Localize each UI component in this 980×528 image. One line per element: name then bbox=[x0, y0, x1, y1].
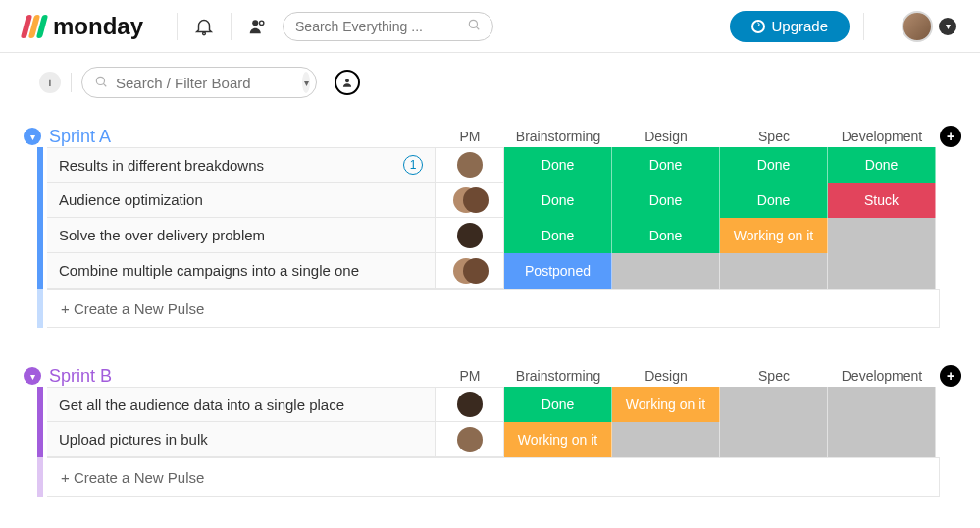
group-color-bar bbox=[37, 289, 43, 328]
upgrade-icon bbox=[751, 20, 765, 33]
new-pulse-label[interactable]: + Create a New Pulse bbox=[47, 457, 940, 497]
status-cell[interactable] bbox=[612, 253, 720, 289]
column-header[interactable]: Brainstorming bbox=[504, 368, 612, 384]
task-name-cell[interactable]: Audience optimization bbox=[47, 183, 436, 218]
status-cell[interactable]: Working on it bbox=[720, 218, 828, 253]
global-search[interactable] bbox=[283, 12, 493, 41]
pm-cell[interactable] bbox=[436, 253, 504, 289]
status-cell[interactable]: Stuck bbox=[828, 183, 936, 218]
status-cell[interactable]: Done bbox=[504, 183, 612, 218]
status-cell[interactable]: Done bbox=[612, 183, 720, 218]
status-cell[interactable]: Done bbox=[504, 218, 612, 253]
status-cell[interactable]: Done bbox=[612, 147, 720, 183]
status-cell[interactable]: Working on it bbox=[612, 387, 720, 422]
global-search-input[interactable] bbox=[295, 19, 467, 34]
status-cell[interactable]: Done bbox=[828, 147, 936, 183]
status-cell[interactable]: Done bbox=[612, 218, 720, 253]
chevron-down-icon: ▾ bbox=[939, 18, 956, 35]
svg-point-0 bbox=[203, 31, 206, 34]
status-cell[interactable]: Done bbox=[720, 183, 828, 218]
column-header[interactable]: Design bbox=[612, 129, 720, 144]
status-cell[interactable] bbox=[828, 422, 936, 457]
status-cell[interactable] bbox=[720, 422, 828, 457]
logo-text: monday bbox=[53, 13, 143, 40]
board-search-input[interactable] bbox=[116, 75, 302, 91]
chevron-down-icon[interactable]: ▾ bbox=[302, 72, 310, 93]
status-cell[interactable] bbox=[828, 218, 936, 253]
svg-point-5 bbox=[345, 79, 349, 82]
collapse-button[interactable]: ▾ bbox=[24, 128, 41, 145]
column-header[interactable]: Brainstorming bbox=[504, 129, 612, 144]
new-pulse-row[interactable]: + Create a New Pulse bbox=[24, 289, 956, 328]
person-filter-icon[interactable] bbox=[335, 70, 360, 95]
task-name-cell[interactable]: Combine multiple campaigns into a single… bbox=[47, 253, 436, 289]
people-icon[interactable] bbox=[245, 14, 271, 39]
row-trail bbox=[936, 183, 965, 218]
group-color-bar bbox=[37, 218, 43, 253]
table-row: Get all the audience data into a single … bbox=[24, 387, 956, 422]
add-column-button[interactable]: + bbox=[940, 365, 961, 387]
column-header[interactable]: Development bbox=[828, 129, 936, 144]
search-icon bbox=[467, 18, 481, 34]
collapse-button[interactable]: ▾ bbox=[24, 367, 41, 385]
add-column-button[interactable]: + bbox=[940, 126, 961, 147]
task-name-cell[interactable]: Solve the over delivery problem bbox=[47, 218, 436, 253]
pm-cell[interactable] bbox=[436, 422, 504, 457]
status-cell[interactable] bbox=[612, 422, 720, 457]
table-row: Audience optimization DoneDoneDoneStuck bbox=[24, 183, 956, 218]
column-header[interactable]: Spec bbox=[720, 129, 828, 144]
avatar-stack[interactable] bbox=[453, 187, 487, 213]
status-cell[interactable] bbox=[828, 253, 936, 289]
group-color-bar bbox=[37, 457, 43, 497]
logo-icon bbox=[21, 15, 50, 38]
avatar[interactable] bbox=[457, 392, 483, 417]
avatar[interactable] bbox=[457, 223, 483, 248]
column-header-pm[interactable]: PM bbox=[436, 368, 504, 384]
board-search[interactable]: ▾ bbox=[81, 67, 317, 98]
column-header-pm[interactable]: PM bbox=[436, 129, 504, 144]
board: ▾ Sprint A PM Brainstorming Design Spec … bbox=[0, 108, 980, 528]
pm-cell[interactable] bbox=[436, 387, 504, 422]
status-cell[interactable] bbox=[828, 387, 936, 422]
info-button[interactable]: i bbox=[39, 72, 61, 93]
new-pulse-row[interactable]: + Create a New Pulse bbox=[24, 457, 956, 497]
group-name[interactable]: Sprint B bbox=[49, 366, 436, 387]
avatar-stack[interactable] bbox=[453, 258, 487, 284]
user-menu[interactable]: ▾ bbox=[902, 11, 956, 42]
new-pulse-label[interactable]: + Create a New Pulse bbox=[47, 289, 940, 328]
logo[interactable]: monday bbox=[24, 13, 143, 40]
divider bbox=[863, 13, 864, 40]
upgrade-label: Upgrade bbox=[771, 18, 828, 34]
status-cell[interactable]: Done bbox=[504, 147, 612, 183]
status-cell[interactable]: Done bbox=[504, 387, 612, 422]
pm-cell[interactable] bbox=[436, 147, 504, 183]
notifications-icon[interactable] bbox=[191, 14, 217, 39]
row-trail bbox=[936, 253, 965, 289]
group-header: ▾ Sprint A PM Brainstorming Design Spec … bbox=[24, 126, 956, 147]
avatar[interactable] bbox=[457, 152, 483, 178]
status-cell[interactable] bbox=[720, 387, 828, 422]
status-cell[interactable] bbox=[720, 253, 828, 289]
divider bbox=[177, 13, 178, 40]
column-header[interactable]: Development bbox=[828, 368, 936, 384]
status-cell[interactable]: Postponed bbox=[504, 253, 612, 289]
column-header[interactable]: Design bbox=[612, 368, 720, 384]
pm-cell[interactable] bbox=[436, 183, 504, 218]
divider bbox=[231, 13, 232, 40]
group: ▾ Sprint A PM Brainstorming Design Spec … bbox=[24, 126, 956, 328]
task-name-cell[interactable]: Upload pictures in bulk bbox=[47, 422, 436, 457]
updates-badge[interactable]: 1 bbox=[403, 155, 423, 175]
group-color-bar bbox=[37, 147, 43, 183]
group-name[interactable]: Sprint A bbox=[49, 127, 436, 147]
table-row: Combine multiple campaigns into a single… bbox=[24, 253, 956, 289]
row-trail bbox=[936, 387, 965, 422]
status-cell[interactable]: Working on it bbox=[504, 422, 612, 457]
table-row: Results in different breakdowns1 DoneDon… bbox=[24, 147, 956, 183]
task-name-cell[interactable]: Results in different breakdowns1 bbox=[47, 147, 436, 183]
upgrade-button[interactable]: Upgrade bbox=[730, 11, 850, 42]
avatar[interactable] bbox=[457, 427, 483, 452]
status-cell[interactable]: Done bbox=[720, 147, 828, 183]
column-header[interactable]: Spec bbox=[720, 368, 828, 384]
task-name-cell[interactable]: Get all the audience data into a single … bbox=[47, 387, 436, 422]
pm-cell[interactable] bbox=[436, 218, 504, 253]
